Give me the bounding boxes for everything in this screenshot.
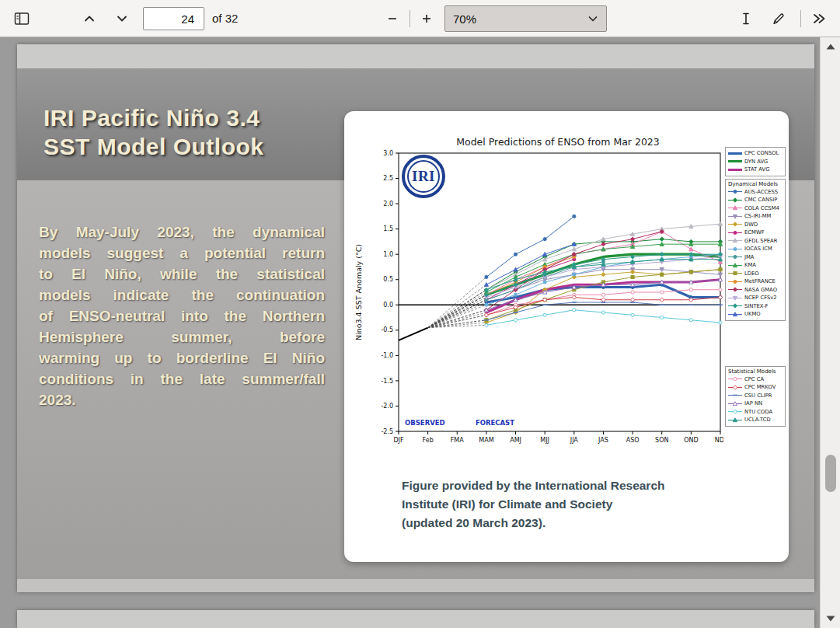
legend-entry: LDEO <box>728 270 782 278</box>
iri-logo-text: IRI <box>407 160 440 193</box>
iri-logo: IRI <box>402 155 445 198</box>
page-number-input[interactable] <box>143 7 204 30</box>
legend-label: CPC CA <box>744 376 764 382</box>
minus-icon <box>387 13 398 24</box>
sidebar-toggle-button[interactable] <box>9 6 34 31</box>
legend-entry: CPC MRKOV <box>728 383 782 392</box>
legend-swatch-icon <box>728 384 742 391</box>
svg-text:OND: OND <box>684 437 698 444</box>
legend-swatch-icon <box>728 408 742 415</box>
previous-page-button[interactable] <box>77 6 102 31</box>
legend-entry: CS-IRI-MM <box>728 212 782 221</box>
legend-swatch-icon <box>728 392 742 399</box>
dropdown-arrow-icon <box>587 15 598 23</box>
legend-label: SINTEX-F <box>744 303 769 309</box>
slide-title: IRI Pacific Niño 3.4SST Model Outlook <box>44 103 264 161</box>
legend-label: NASA GMAO <box>744 287 777 293</box>
legend-entry: NTU CODA <box>728 408 782 417</box>
scroll-down-button[interactable] <box>821 611 840 626</box>
legend-entry: IOCAS ICM <box>728 245 782 253</box>
svg-text:NDJ: NDJ <box>715 437 723 444</box>
chart-legend: CPC CONSOLDYN AVGSTAT AVGDynamical Model… <box>725 147 786 429</box>
text-line: IRI Pacific Niño 3.4 <box>44 103 264 132</box>
legend-label: DWD <box>744 222 758 228</box>
svg-text:-2.5: -2.5 <box>381 428 393 435</box>
slide-bottom-strip <box>17 579 814 592</box>
svg-text:1.5: 1.5 <box>383 225 393 232</box>
more-tools-button[interactable] <box>807 6 831 31</box>
legend-entry: DYN AVG <box>728 158 782 166</box>
legend-entry: CSU CLIPR <box>728 392 782 400</box>
draw-tool-button[interactable] <box>766 6 791 31</box>
legend-entry: KMA <box>728 261 782 270</box>
toolbar-divider <box>410 10 410 27</box>
scrollbar-thumb[interactable] <box>825 455 836 492</box>
legend-entry: CPC CA <box>728 375 782 384</box>
legend-swatch-icon <box>728 270 742 277</box>
legend-swatch-icon <box>728 286 742 293</box>
toolbar-divider <box>800 10 801 27</box>
svg-text:1.0: 1.0 <box>383 251 393 258</box>
legend-group-header: Dynamical Models <box>728 181 782 187</box>
zoom-select[interactable]: 70% <box>444 5 607 32</box>
scroll-up-button[interactable] <box>821 39 840 54</box>
legend-label: CPC CONSOL <box>744 150 779 156</box>
chevron-down-icon <box>116 13 128 24</box>
svg-text:-1.0: -1.0 <box>381 352 393 359</box>
svg-text:SON: SON <box>655 437 668 444</box>
legend-swatch-icon <box>728 400 742 407</box>
legend-label: IOCAS ICM <box>744 246 772 252</box>
legend-label: COLA CCSM4 <box>744 205 779 211</box>
legend-label: CS-IRI-MM <box>744 213 771 219</box>
legend-swatch-icon <box>728 417 742 424</box>
figure-card: Model Predictions of ENSO from Mar 2023 … <box>344 111 789 562</box>
zoom-in-button[interactable] <box>414 6 439 31</box>
legend-label: NCEP CFSv2 <box>744 295 777 301</box>
zoom-out-button[interactable] <box>380 6 405 31</box>
legend-entry: MetFRANCE <box>728 277 782 286</box>
legend-entry: STAT AVG <box>728 166 782 174</box>
legend-entry: UKMO <box>728 310 782 319</box>
legend-entry: GFDL SPEAR <box>728 237 782 246</box>
next-page-button[interactable] <box>110 6 134 31</box>
chevron-up-icon <box>83 13 96 24</box>
legend-swatch-icon <box>728 158 742 165</box>
legend-entry: NCEP CFSv2 <box>728 294 782 302</box>
legend-dynamical-box: Dynamical ModelsAUS-ACCESSCMC CANSIPCOLA… <box>725 179 786 321</box>
text-line: models suggest a potential return <box>39 242 325 263</box>
legend-label: CSU CLIPR <box>744 392 772 399</box>
svg-text:OBSERVED: OBSERVED <box>405 419 445 427</box>
svg-text:MAM: MAM <box>479 437 493 444</box>
legend-swatch-icon <box>728 278 742 285</box>
legend-label: JMA <box>744 254 755 260</box>
double-chevron-icon <box>812 12 826 25</box>
legend-label: STAT AVG <box>744 166 770 173</box>
slide-top-strip <box>17 44 814 68</box>
legend-entry: JMA <box>728 253 782 262</box>
text-line: By May-July 2023, the dynamical <box>39 222 325 242</box>
legend-label: CMC CANSIP <box>744 197 777 203</box>
legend-swatch-icon <box>728 150 742 157</box>
legend-swatch-icon <box>728 221 742 228</box>
vertical-scrollbar[interactable] <box>820 37 840 628</box>
text-tool-button[interactable] <box>734 6 758 31</box>
text-line: 2023. <box>39 389 325 410</box>
svg-text:Feb: Feb <box>423 437 434 444</box>
legend-statistical-box: Statistical ModelsCPC CACPC MRKOVCSU CLI… <box>725 366 786 427</box>
text-line: Figure provided by the International Res… <box>402 476 759 495</box>
svg-text:0.0: 0.0 <box>383 302 393 309</box>
legend-swatch-icon <box>728 311 742 318</box>
legend-entry: DWD <box>728 221 782 229</box>
scroll-down-icon <box>825 615 836 623</box>
plus-icon <box>421 13 432 24</box>
svg-text:JAS: JAS <box>598 437 608 444</box>
legend-label: NTU CODA <box>744 409 772 415</box>
legend-entry: IAP NN <box>728 399 782 408</box>
legend-entry: NASA GMAO <box>728 286 782 295</box>
legend-entry: CPC CONSOL <box>728 149 782 158</box>
legend-label: CPC MRKOV <box>744 384 776 390</box>
document-viewport: IRI Pacific Niño 3.4SST Model Outlook By… <box>0 37 820 628</box>
legend-swatch-icon <box>728 197 742 204</box>
legend-label: KMA <box>744 262 756 268</box>
legend-label: DYN AVG <box>744 159 768 165</box>
